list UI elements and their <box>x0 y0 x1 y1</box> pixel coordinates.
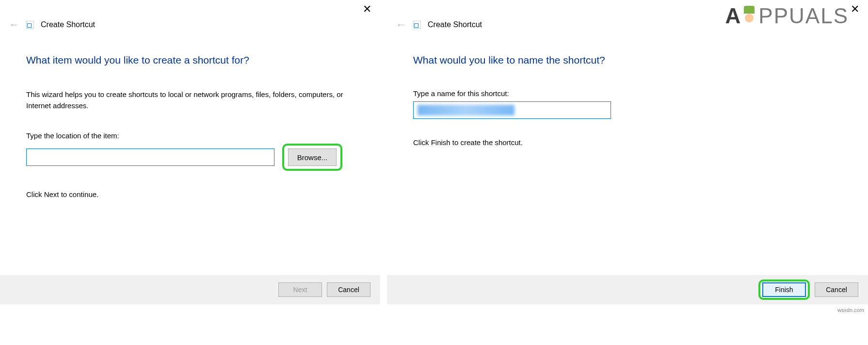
finish-button[interactable]: Finish <box>762 282 806 297</box>
wizard-content: What would you like to name the shortcut… <box>387 31 868 304</box>
shortcut-icon <box>413 21 421 29</box>
finish-hint: Click Finish to create the shortcut. <box>413 138 842 147</box>
wizard-step-name: ✕ A PPUALS ← Create Shortcut What would … <box>387 0 868 304</box>
back-arrow-icon[interactable]: ← <box>9 18 19 31</box>
mascot-icon <box>742 6 756 26</box>
appuals-watermark: A PPUALS <box>725 4 849 28</box>
browse-button[interactable]: Browse... <box>288 148 337 166</box>
cancel-button[interactable]: Cancel <box>815 282 858 297</box>
name-label: Type a name for this shortcut: <box>413 89 842 98</box>
wizard-content: What item would you like to create a sho… <box>0 31 380 304</box>
redacted-name <box>418 105 514 115</box>
continue-hint: Click Next to continue. <box>26 190 354 198</box>
shortcut-icon <box>26 21 34 29</box>
close-icon[interactable]: ✕ <box>363 3 371 16</box>
cancel-button[interactable]: Cancel <box>327 282 370 297</box>
window-title: Create Shortcut <box>41 20 95 29</box>
wizard-header: ← Create Shortcut <box>0 0 380 31</box>
window-title: Create Shortcut <box>428 20 482 29</box>
location-input-row: Browse... <box>26 144 354 171</box>
location-label: Type the location of the item: <box>26 131 354 140</box>
wizard-footer: Next Cancel <box>0 275 380 304</box>
page-heading: What would you like to name the shortcut… <box>413 54 842 66</box>
shortcut-name-input[interactable] <box>413 101 611 119</box>
watermark-text: PPUALS <box>758 4 849 28</box>
back-arrow-icon[interactable]: ← <box>396 18 406 31</box>
wizard-footer: Finish Cancel <box>387 275 868 304</box>
location-input[interactable] <box>26 148 274 166</box>
page-heading: What item would you like to create a sho… <box>26 54 354 66</box>
watermark-letter: A <box>725 4 740 28</box>
page-description: This wizard helps you to create shortcut… <box>26 89 351 111</box>
finish-highlight: Finish <box>758 279 810 300</box>
site-credit: wsxdn.com <box>837 307 864 313</box>
close-icon[interactable]: ✕ <box>851 3 859 16</box>
wizard-step-location: ✕ ← Create Shortcut What item would you … <box>0 0 380 304</box>
next-button: Next <box>278 282 322 297</box>
browse-highlight: Browse... <box>282 144 342 171</box>
